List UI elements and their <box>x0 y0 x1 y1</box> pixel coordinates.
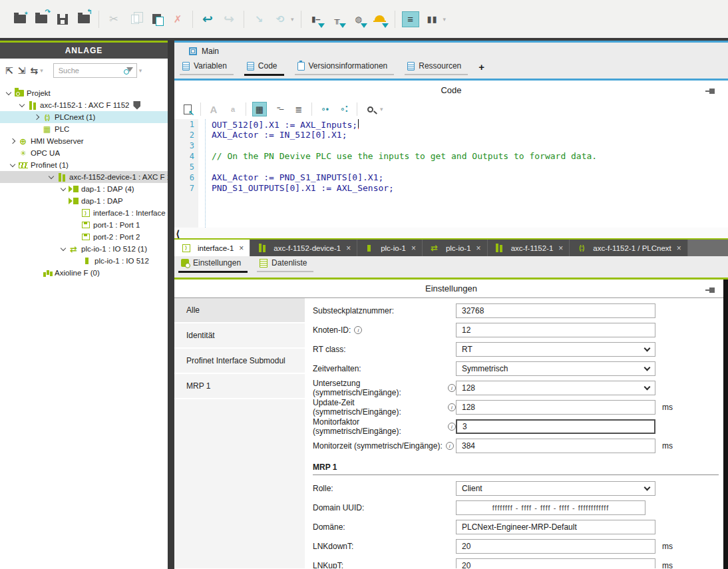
delete-icon[interactable]: ✗ <box>170 11 186 27</box>
swap-view-icon[interactable]: ⇆ <box>30 65 38 76</box>
update-zeit-input[interactable] <box>456 400 655 415</box>
close-icon[interactable]: × <box>677 244 681 253</box>
tree-item-dap-parent[interactable]: dap-1 : DAP (4) <box>0 183 168 195</box>
tab-axc-f-1152-device-1[interactable]: axc-f-1152-device-1 × <box>250 240 357 256</box>
expander-icon[interactable] <box>8 139 17 143</box>
font-decrease-icon[interactable]: a <box>226 102 240 116</box>
substeckplatznummer-input[interactable] <box>456 303 655 318</box>
knoten-id-input[interactable] <box>456 323 655 337</box>
info-icon[interactable] <box>446 442 454 450</box>
structure-view-icon[interactable] <box>292 102 305 116</box>
tree-item-dap[interactable]: dap-1 : DAP <box>0 195 168 207</box>
expander-icon[interactable] <box>17 104 27 106</box>
tab-interface-1[interactable]: interface-1 × <box>174 240 250 256</box>
expander-icon[interactable] <box>32 115 41 119</box>
tab-plc-io-1-swap[interactable]: plc-io-1 × <box>423 240 488 256</box>
chevron-down-icon[interactable]: ▾ <box>443 16 447 23</box>
tree-item-opc-ua[interactable]: OPC UA <box>0 147 168 159</box>
tab-axc-f-1152-1-plcnext[interactable]: axc-f-1152-1 / PLCnext × <box>570 240 687 256</box>
zeitverhalten-select[interactable]: Symmetrisch <box>456 361 655 376</box>
pin-icon[interactable] <box>705 88 717 95</box>
grid-view-icon[interactable] <box>252 102 267 116</box>
filter-safety-icon[interactable] <box>372 11 388 27</box>
close-icon[interactable]: × <box>476 244 481 253</box>
tree-item-device[interactable]: axc-f-1152-device-1 : AXC F 1152 <box>0 171 168 183</box>
close-icon[interactable]: × <box>411 244 416 253</box>
close-icon[interactable]: × <box>346 244 351 253</box>
category-identitaet[interactable]: Identität <box>174 323 305 349</box>
window-tab-main[interactable]: Main <box>174 43 728 59</box>
code-lines[interactable]: OUT_512[0].X1 := AXL_Inputs; AXL_Actor :… <box>205 119 597 228</box>
filter-components-icon[interactable]: ▮‒ <box>308 11 324 27</box>
connect-outputs-icon[interactable] <box>337 102 351 116</box>
tab-ressourcen[interactable]: Ressourcen <box>405 59 468 75</box>
open-project-icon[interactable] <box>33 11 49 27</box>
connection-options-icon[interactable]: ⟲ <box>272 11 288 27</box>
info-icon[interactable] <box>354 326 362 334</box>
chevron-down-icon[interactable]: ▾ <box>40 67 43 74</box>
rt-class-select[interactable]: RT <box>456 342 655 357</box>
expander-icon[interactable] <box>59 188 68 190</box>
tab-axc-f-1152-1[interactable]: axc-f-1152-1 × <box>488 240 570 256</box>
category-mrp-1[interactable]: MRP 1 <box>174 374 305 399</box>
tree-item-plc[interactable]: PLC <box>0 123 168 135</box>
search-filter-icon[interactable] <box>126 67 133 72</box>
info-icon[interactable] <box>448 423 456 431</box>
tab-plc-io-1-module[interactable]: plc-io-1 × <box>357 240 423 256</box>
code-editor[interactable]: 1 2 3 4 5 6 7 OUT_512[0].X1 := AXL_Input… <box>174 119 728 228</box>
search-icon[interactable] <box>363 102 377 116</box>
save-project-icon[interactable] <box>55 11 71 27</box>
expander-icon[interactable] <box>59 248 68 250</box>
filter-functions-icon[interactable]: ◍ <box>351 11 367 27</box>
font-increase-icon[interactable]: A <box>207 102 220 116</box>
monitorzeit-input[interactable] <box>456 439 655 453</box>
assignment-view-icon[interactable] <box>273 102 286 116</box>
filter-network-icon[interactable]: ╥ <box>329 11 345 27</box>
tree-item-hmi-webserver[interactable]: HMI Webserver <box>0 135 168 147</box>
domain-uuid-input[interactable]: ffffffff - ffff - ffff - ffff - ffffffff… <box>456 500 645 515</box>
tree-item-port-2[interactable]: port-2 : Port 2 <box>0 231 168 243</box>
chevron-down-icon[interactable]: ▾ <box>139 67 142 74</box>
copy-icon[interactable] <box>127 11 143 27</box>
undo-icon[interactable]: ↩ <box>200 11 216 27</box>
code-line[interactable] <box>212 140 597 151</box>
tree-item-controller[interactable]: axc-f-1152-1 : AXC F 1152 <box>0 99 168 111</box>
import-project-icon[interactable] <box>76 11 92 27</box>
view-columns-icon[interactable]: ▮▮ <box>425 11 441 27</box>
add-tab-button[interactable]: + <box>478 59 484 73</box>
vertical-splitter[interactable] <box>168 41 174 569</box>
code-line[interactable]: AXL_Actor := PND_S1_INPUTS[0].X1; <box>212 172 597 183</box>
code-line-comment[interactable]: // On the PN Devive PLC use the inputs t… <box>212 151 597 162</box>
domaene-input[interactable] <box>456 520 655 534</box>
tree-item-port-1[interactable]: port-1 : Port 1 <box>0 219 168 231</box>
expander-icon[interactable] <box>4 92 13 95</box>
tree-item-axioline[interactable]: Axioline F (0) <box>0 267 168 279</box>
code-line[interactable] <box>212 162 597 172</box>
tab-versionsinformationen[interactable]: Versionsinformationen <box>295 59 395 75</box>
lnkdownt-input[interactable] <box>456 539 655 554</box>
info-icon[interactable] <box>448 384 456 392</box>
scroll-left-icon[interactable]: ⟨ <box>174 228 180 239</box>
paste-icon[interactable] <box>148 11 164 27</box>
connect-controller-icon[interactable]: ↘ <box>251 11 267 27</box>
close-icon[interactable]: × <box>558 244 563 253</box>
category-alle[interactable]: Alle <box>174 298 305 323</box>
lnkupt-input[interactable] <box>456 558 655 568</box>
tree-item-plcnext[interactable]: PLCnext (1) <box>0 111 168 123</box>
tree-item-profinet[interactable]: Profinet (1) <box>0 159 168 171</box>
tree-item-projekt[interactable]: Projekt <box>0 87 168 99</box>
expander-icon[interactable] <box>8 164 17 166</box>
chevron-down-icon[interactable]: ▾ <box>380 106 383 112</box>
pin-icon[interactable] <box>705 287 717 293</box>
rolle-select[interactable]: Client <box>456 481 655 496</box>
select-mode-icon[interactable] <box>181 102 194 116</box>
subtab-datenliste[interactable]: Datenliste <box>257 256 313 272</box>
tab-code[interactable]: Code <box>244 59 284 76</box>
redo-icon[interactable]: ↪ <box>221 11 237 27</box>
collapse-all-icon[interactable]: ⇲ <box>18 65 26 76</box>
info-icon[interactable] <box>448 403 456 411</box>
tree-item-interface[interactable]: interface-1 : Interface <box>0 207 168 219</box>
tree-item-plc-io-parent[interactable]: plc-io-1 : IO 512 (1) <box>0 243 168 255</box>
connect-inputs-icon[interactable] <box>318 102 331 116</box>
code-line[interactable]: OUT_512[0].X1 := AXL_Inputs; <box>212 119 597 130</box>
